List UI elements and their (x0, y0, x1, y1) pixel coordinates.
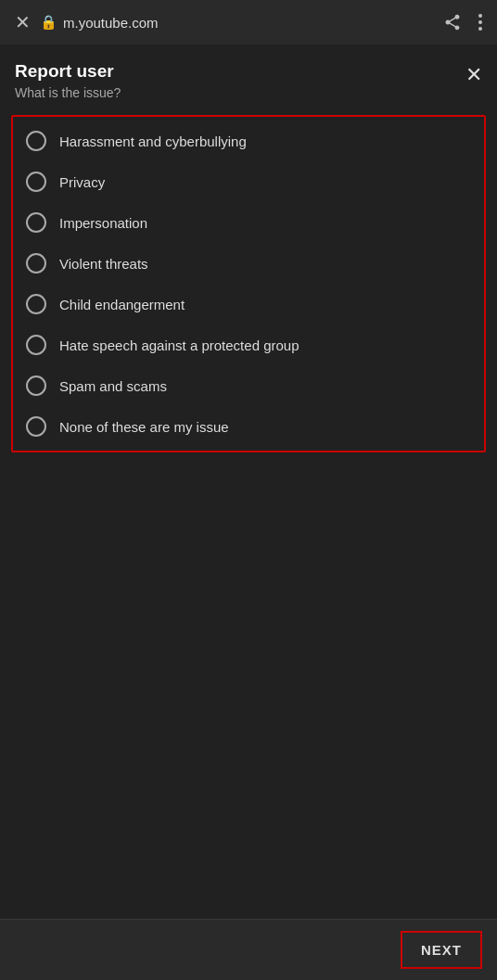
radio-impersonation (26, 212, 46, 233)
option-label-impersonation: Impersonation (59, 215, 147, 231)
radio-privacy (26, 172, 46, 192)
next-button[interactable]: NEXT (401, 931, 482, 969)
radio-none (26, 416, 46, 437)
content-spacer (0, 467, 497, 919)
share-icon[interactable] (443, 13, 462, 32)
option-row-violent[interactable]: Violent threats (13, 243, 484, 284)
option-label-none: None of these are my issue (59, 419, 229, 435)
option-label-harassment: Harassment and cyberbullying (59, 134, 247, 149)
report-subtitle: What is the issue? (15, 85, 121, 100)
report-header-text: Report user What is the issue? (15, 61, 121, 100)
option-row-none[interactable]: None of these are my issue (13, 406, 484, 447)
browser-bar: ✕ 🔒 m.youtube.com (0, 0, 497, 45)
option-row-harassment[interactable]: Harassment and cyberbullying (13, 121, 484, 161)
main-content: Report user What is the issue? ✕ Harassm… (0, 45, 497, 919)
bottom-bar: NEXT (0, 919, 497, 980)
browser-bar-left: ✕ 🔒 m.youtube.com (15, 11, 159, 33)
report-close-icon[interactable]: ✕ (465, 63, 482, 87)
browser-bar-right (443, 13, 482, 32)
option-row-spam[interactable]: Spam and scams (13, 365, 484, 406)
radio-violent (26, 253, 46, 274)
report-title: Report user (15, 61, 121, 82)
lock-icon: 🔒 (40, 14, 57, 31)
radio-child (26, 294, 46, 314)
options-list: Harassment and cyberbullyingPrivacyImper… (11, 115, 486, 452)
browser-url-bar: 🔒 m.youtube.com (40, 14, 159, 31)
option-row-privacy[interactable]: Privacy (13, 161, 484, 202)
radio-spam (26, 375, 46, 396)
option-row-impersonation[interactable]: Impersonation (13, 202, 484, 243)
option-label-hate: Hate speech against a protected group (59, 337, 299, 353)
option-label-violent: Violent threats (59, 256, 148, 272)
browser-close-icon[interactable]: ✕ (15, 11, 31, 33)
report-header: Report user What is the issue? ✕ (0, 45, 497, 108)
option-row-child[interactable]: Child endangerment (13, 284, 484, 325)
url-text: m.youtube.com (63, 15, 159, 31)
option-row-hate[interactable]: Hate speech against a protected group (13, 325, 484, 365)
option-label-spam: Spam and scams (59, 378, 167, 394)
radio-hate (26, 335, 46, 355)
more-icon[interactable] (478, 14, 482, 31)
option-label-privacy: Privacy (59, 174, 105, 190)
radio-harassment (26, 131, 46, 151)
option-label-child: Child endangerment (59, 297, 185, 312)
